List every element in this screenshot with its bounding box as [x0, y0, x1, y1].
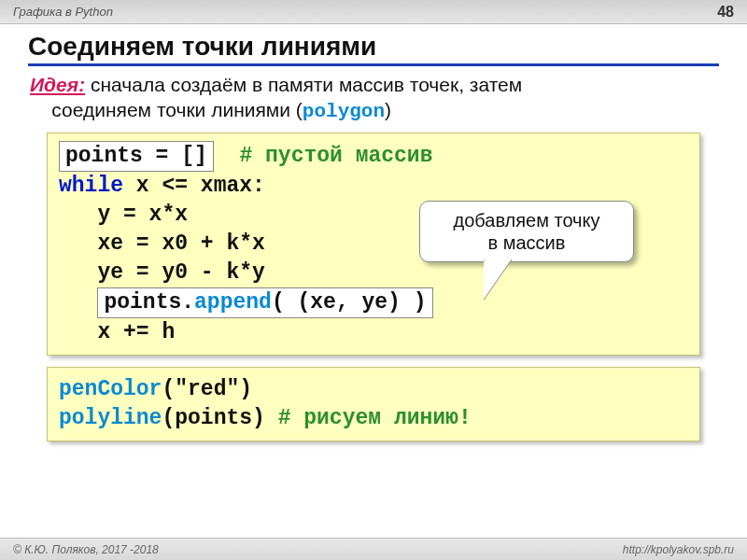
top-bar: Графика в Python 48	[0, 0, 747, 24]
code1-line7: x += h	[59, 318, 688, 347]
topbar-title: Графика в Python	[13, 5, 113, 19]
code1-l6-a: points.	[104, 290, 194, 315]
callout-line1: добавляем точку	[430, 209, 624, 231]
code1-l6-b: ( (xe, ye) )	[272, 290, 427, 315]
code1-l6-indent	[59, 290, 97, 315]
idea-label: Идея:	[30, 74, 85, 95]
code2-line2: polyline(points) # рисуем линию!	[59, 404, 688, 433]
code1-line5: ye = y0 - k*y	[59, 259, 688, 287]
code1-line6: points.append( (xe, ye) )	[59, 287, 688, 318]
svg-marker-0	[484, 259, 512, 308]
footer-bar: © К.Ю. Поляков, 2017 -2018 http://kpolya…	[0, 538, 747, 560]
idea-text-3: )	[385, 99, 391, 120]
idea-text-1: сначала создаём в памяти массив точек, з…	[91, 74, 522, 95]
code2-comment: # рисуем линию!	[278, 406, 472, 430]
footer-url: http://kpolyakov.spb.ru	[623, 543, 734, 556]
code2-l2-rest: (points)	[162, 406, 277, 430]
idea-text-2: соединяем точки линиями (	[51, 99, 303, 120]
slide-content: Соединяем точки линиями Идея: сначала со…	[0, 24, 747, 441]
code-block-2: penColor("red") polyline(points) # рисуе…	[47, 367, 700, 441]
footer-copyright: © К.Ю. Поляков, 2017 -2018	[13, 543, 159, 556]
code1-line2: while x <= xmax:	[59, 172, 688, 201]
slide-title: Соединяем точки линиями	[28, 32, 719, 66]
code2-polyline-fn: polyline	[59, 406, 162, 430]
code2-line1: penColor("red")	[59, 375, 688, 404]
code-block-1: points = [] # пустой массив while x <= x…	[47, 133, 700, 356]
code1-inline-box-1: points = []	[59, 141, 214, 172]
idea-polygon: polygon	[303, 101, 385, 122]
code1-line1: points = [] # пустой массив	[59, 141, 688, 172]
code2-l1-rest: ("red")	[162, 377, 252, 401]
code2-pencolor-fn: penColor	[59, 377, 162, 401]
callout-line2: в массив	[430, 231, 624, 254]
code1-while-kw: while	[59, 174, 123, 198]
code1-l2-rest: x <= xmax:	[123, 174, 265, 198]
page-number: 48	[717, 4, 734, 21]
code1-inline-box-2: points.append( (xe, ye) )	[97, 287, 432, 318]
code1-comment-1: # пустой массив	[239, 144, 432, 168]
idea-paragraph: Идея: сначала создаём в памяти массив то…	[28, 72, 719, 125]
code1-append-fn: append	[194, 290, 272, 315]
callout-bubble: добавляем точку в массив	[419, 201, 634, 262]
